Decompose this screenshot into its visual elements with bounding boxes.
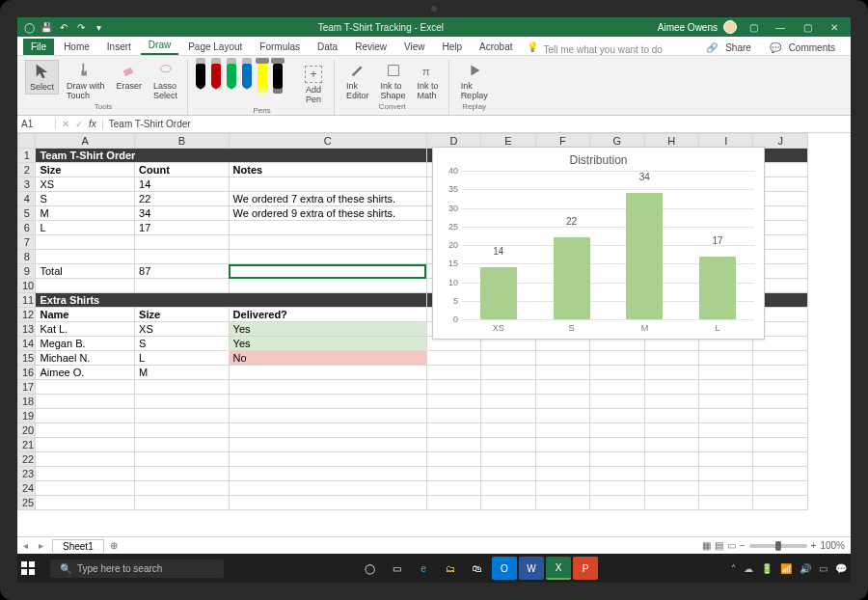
cell-E22[interactable] [481, 452, 535, 467]
ribbon-options-icon[interactable]: ▢ [743, 22, 764, 33]
cell-A16[interactable]: Aimee O. [36, 366, 135, 380]
chart-distribution[interactable]: Distribution 051015202530354014XS22S34M1… [432, 147, 765, 340]
cell-B12[interactable]: Size [135, 308, 230, 322]
cell-H18[interactable] [644, 395, 698, 409]
cell-A5[interactable]: M [36, 206, 135, 221]
pen-green[interactable] [227, 64, 236, 89]
sheet-nav-prev[interactable]: ◂ [17, 540, 33, 551]
cell-J20[interactable] [753, 423, 808, 438]
cell-B5[interactable]: 34 [135, 206, 230, 221]
cell-C10[interactable] [229, 279, 426, 293]
row-header-12[interactable]: 12 [18, 308, 36, 322]
undo-icon[interactable]: ↶ [58, 21, 69, 33]
cell-F21[interactable] [535, 438, 589, 452]
cell-A25[interactable] [36, 496, 135, 510]
share-button[interactable]: 🔗 Share [701, 41, 760, 55]
cell-E23[interactable] [481, 467, 535, 481]
cell-B24[interactable] [135, 481, 230, 496]
cell-C19[interactable] [229, 409, 426, 423]
cell-G16[interactable] [590, 366, 644, 380]
cell-A3[interactable]: XS [36, 177, 135, 192]
cell-B9[interactable]: 87 [135, 264, 230, 279]
cell-A4[interactable]: S [36, 192, 135, 206]
action-center-icon[interactable]: 💬 [835, 563, 847, 574]
row-header-2[interactable]: 2 [18, 163, 36, 177]
cell-F17[interactable] [535, 380, 589, 395]
excel-icon[interactable]: X [546, 557, 571, 580]
pen-black[interactable] [196, 64, 205, 89]
col-header-C[interactable]: C [229, 134, 426, 149]
cell-A7[interactable] [36, 235, 135, 250]
select-button[interactable]: Select [25, 60, 59, 95]
name-box[interactable]: A1 [17, 119, 56, 129]
cell-A6[interactable]: L [36, 221, 135, 235]
cell-E19[interactable] [481, 409, 535, 423]
cell-C25[interactable] [229, 496, 426, 510]
cell-D23[interactable] [426, 467, 480, 481]
taskbar-search[interactable]: 🔍 Type here to search [50, 559, 224, 578]
row-header-14[interactable]: 14 [18, 337, 36, 351]
cell-G22[interactable] [590, 452, 644, 467]
row-header-11[interactable]: 11 [18, 293, 36, 308]
cell-I15[interactable] [699, 351, 753, 366]
cell-F20[interactable] [535, 423, 589, 438]
cell-H25[interactable] [644, 496, 698, 510]
cancel-formula-icon[interactable]: ✕ [62, 119, 69, 129]
cell-A15[interactable]: Michael N. [36, 351, 135, 366]
col-header-A[interactable]: A [36, 134, 135, 149]
explorer-icon[interactable]: 🗂 [438, 557, 463, 580]
word-icon[interactable]: W [519, 557, 544, 580]
ink-editor-button[interactable]: Ink Editor [342, 60, 373, 102]
row-header-8[interactable]: 8 [18, 250, 36, 264]
row-header-23[interactable]: 23 [18, 467, 36, 481]
save-icon[interactable]: 💾 [41, 21, 52, 33]
select-all-corner[interactable] [18, 134, 36, 149]
cell-A24[interactable] [36, 481, 135, 496]
view-pagebreak-icon[interactable]: ▭ [727, 540, 736, 551]
cell-H16[interactable] [644, 366, 698, 380]
cell-A1[interactable]: Team T-Shirt Order [36, 149, 426, 163]
row-header-24[interactable]: 24 [18, 481, 36, 496]
redo-icon[interactable]: ↷ [75, 21, 87, 33]
cell-E17[interactable] [481, 380, 535, 395]
row-header-10[interactable]: 10 [18, 279, 36, 293]
cell-D16[interactable] [426, 366, 480, 380]
minimize-button[interactable]: — [770, 22, 791, 33]
cell-C8[interactable] [229, 250, 426, 264]
qat-dropdown-icon[interactable]: ▾ [93, 21, 104, 33]
cell-I21[interactable] [699, 438, 753, 452]
cell-D24[interactable] [426, 481, 480, 496]
row-header-3[interactable]: 3 [18, 177, 36, 192]
cell-E25[interactable] [481, 496, 535, 510]
row-header-6[interactable]: 6 [18, 221, 36, 235]
cell-A10[interactable] [36, 279, 135, 293]
cell-C14[interactable]: Yes [229, 337, 426, 351]
row-header-7[interactable]: 7 [18, 235, 36, 250]
cell-J16[interactable] [753, 366, 808, 380]
cell-H15[interactable] [644, 351, 698, 366]
eraser-button[interactable]: Eraser [113, 60, 147, 93]
tab-data[interactable]: Data [310, 39, 345, 55]
cell-D15[interactable] [426, 351, 480, 366]
tab-acrobat[interactable]: Acrobat [472, 39, 520, 55]
cell-I16[interactable] [699, 366, 753, 380]
cell-H17[interactable] [644, 380, 698, 395]
wifi-icon[interactable]: 📶 [780, 563, 792, 574]
row-header-1[interactable]: 1 [18, 149, 36, 163]
cell-J24[interactable] [753, 481, 808, 496]
powerpoint-icon[interactable]: P [573, 557, 598, 580]
cell-J22[interactable] [753, 452, 808, 467]
row-header-4[interactable]: 4 [18, 192, 36, 206]
cell-G24[interactable] [590, 481, 644, 496]
view-normal-icon[interactable]: ▦ [702, 540, 711, 551]
cell-I23[interactable] [699, 467, 753, 481]
cell-A12[interactable]: Name [36, 308, 135, 322]
cell-C20[interactable] [229, 423, 426, 438]
cell-G23[interactable] [590, 467, 644, 481]
row-header-9[interactable]: 9 [18, 264, 36, 279]
fx-icon[interactable]: fx [89, 119, 96, 129]
cell-F24[interactable] [535, 481, 589, 496]
cell-A11[interactable]: Extra Shirts [36, 293, 426, 308]
tab-file[interactable]: File [23, 39, 54, 55]
zoom-in-button[interactable]: + [811, 540, 817, 551]
